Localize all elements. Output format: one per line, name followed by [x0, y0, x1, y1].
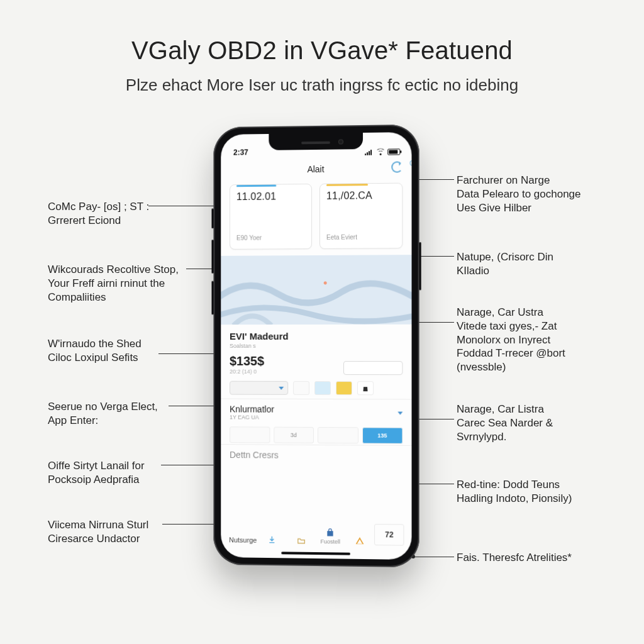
leader-r3 [414, 322, 454, 323]
page-title: VGaly OBD2 in VGave* Featuend [0, 36, 644, 65]
tile-label: Eeta Eviert [326, 234, 357, 241]
bottom-cell-download[interactable] [257, 523, 286, 544]
chevron-down-icon [279, 386, 284, 389]
status-time: 2:37 [233, 148, 248, 157]
summary-tile-2[interactable]: 11,/02.CA Eeta Eviert [319, 183, 402, 249]
summary-tiles: 11.02.01 E90 Yoer 11,/02.CA Eeta Eviert [221, 179, 411, 249]
callout-l3: W'irnaudo the ShedCiloc Loxipul Sefits [48, 337, 174, 365]
power-button [419, 242, 421, 291]
mini-box-sky[interactable] [314, 381, 331, 395]
phone-frame: 2:37 Alait C 11.02.01 E90 Yoer [213, 125, 419, 567]
tile-value: 11.02.01 [236, 191, 305, 203]
empty-chip[interactable] [343, 361, 402, 375]
bottom-label: Fuostell [321, 538, 340, 545]
phone-screen: 2:37 Alait C 11.02.01 E90 Yoer [221, 132, 411, 560]
callout-l4: Seerue no Verga Elect,App Enter: [48, 400, 174, 428]
list-title: Dettn Cresrs [230, 450, 279, 460]
callout-l6: Viicema Nirruna SturlCiresarce Undactor [48, 518, 174, 546]
price-row: $135$ 20:2 (14) 0 [221, 352, 411, 379]
list-row-2[interactable]: Dettn Cresrs [221, 444, 411, 466]
mini-box-gold[interactable] [336, 381, 352, 395]
bag-icon[interactable] [357, 381, 374, 395]
bottom-cell-number[interactable]: 72 [374, 524, 404, 546]
callout-l1: CoMc Pay- [os] ; ST :Grrerert Eciond [48, 200, 174, 228]
summary-tile-1[interactable]: 11.02.01 E90 Yoer [230, 184, 312, 250]
leader-l1 [148, 206, 224, 206]
wifi-icon [376, 149, 385, 155]
signal-icon [365, 149, 374, 155]
refresh-icon[interactable] [391, 161, 402, 172]
tile-value: 11,/02.CA [326, 190, 396, 202]
bottom-number: 72 [385, 530, 393, 539]
grid-cell-highlight[interactable]: 135 [362, 427, 403, 443]
app-header-title: Alait [307, 164, 324, 174]
mini-grid: 3d 135 [221, 425, 411, 445]
map-panel[interactable] [221, 255, 411, 325]
callout-r6: Fais. Theresfc Atrelities* [457, 551, 601, 565]
bottom-cell-bag[interactable]: Fuostell [316, 523, 345, 545]
bottom-row: Nutsurge Fuostell 72 [221, 522, 411, 546]
list-row-1[interactable]: Knlurmatlor 1Y EAG UA [221, 399, 411, 426]
dropdown-chip[interactable] [230, 381, 288, 395]
list-subtitle: 1Y EAG UA [230, 414, 274, 420]
mini-box[interactable] [293, 381, 309, 395]
price-value: $135$ [230, 354, 264, 369]
app-header: Alait C [221, 157, 411, 180]
callout-l2: Wikcourads Recoltive Stop,Your Freff air… [48, 263, 189, 304]
callout-r3: Narage, Car UstraVitede taxi gyes,- ZatM… [457, 306, 606, 374]
volume-down-button [211, 281, 213, 315]
grid-cell[interactable] [318, 427, 358, 443]
callout-l5: Oiffe Sirtyt Lanail forPocksoip Aedprafi… [48, 459, 174, 487]
notch [269, 133, 363, 150]
home-indicator[interactable] [281, 552, 350, 555]
section-title: EVI' Madeurd [230, 331, 402, 341]
tile-label: E90 Yoer [236, 235, 262, 242]
callout-r2: Natupe, (Crisorc DinKIladio [457, 250, 601, 278]
leader-r6 [415, 557, 454, 557]
bottom-cell-folder[interactable] [287, 523, 316, 545]
bottom-cell-warning[interactable] [345, 524, 375, 546]
mute-switch [211, 208, 213, 228]
list-title: Knlurmatlor [230, 404, 274, 414]
callout-r1: Farchurer on NargeData Pelearo to gochon… [457, 174, 601, 214]
battery-icon [387, 148, 400, 155]
grid-cell[interactable]: 3d [274, 427, 314, 443]
chevron-down-icon [397, 411, 402, 414]
bottom-cell-1: Nutsurge [228, 522, 257, 543]
section-header: EVI' Madeurd Soalstan s [221, 325, 411, 352]
callout-r4: Narage, Car ListraCarec Sea Narder &Svrn… [457, 402, 601, 443]
bottom-label: Nutsurge [229, 536, 257, 543]
section-subtitle: Soalstan s [230, 343, 402, 349]
grid-cell[interactable] [230, 426, 270, 443]
refresh-suffix: C [409, 160, 411, 167]
volume-up-button [211, 240, 213, 274]
callout-r5: Red-tine: Dodd TeunsHadling Indoto, Pion… [457, 478, 601, 506]
page-subtitle: Plze ehact More Iser uc trath ingrss fc … [0, 75, 644, 95]
price-sub: 20:2 (14) 0 [230, 369, 264, 375]
